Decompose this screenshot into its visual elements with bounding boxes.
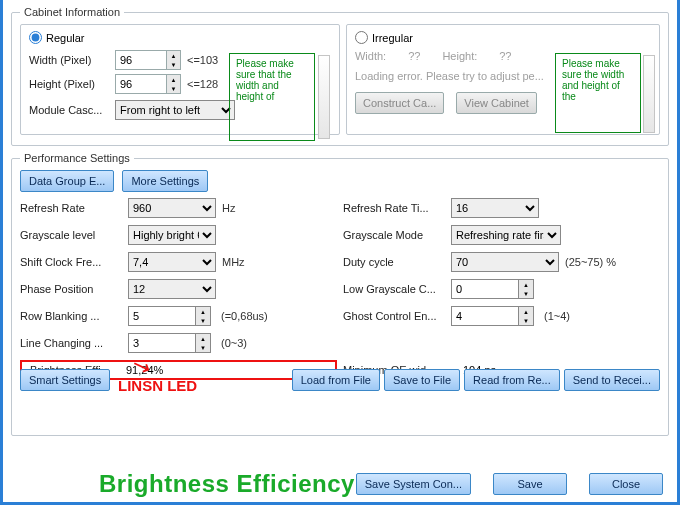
duty-cycle-label: Duty cycle bbox=[343, 256, 451, 268]
grayscale-level-select[interactable]: Highly bright 65 bbox=[128, 225, 216, 245]
save-system-config-button[interactable]: Save System Con... bbox=[356, 473, 471, 495]
scrollbar[interactable] bbox=[318, 55, 330, 139]
read-from-receiver-button[interactable]: Read from Re... bbox=[464, 369, 560, 391]
low-grayscale-label: Low Grayscale C... bbox=[343, 283, 451, 295]
cascade-label: Module Casc... bbox=[29, 104, 115, 116]
low-grayscale-input[interactable] bbox=[451, 279, 519, 299]
regular-label: Regular bbox=[46, 32, 85, 44]
brightness-eff-value: 91,24% bbox=[126, 364, 163, 376]
ghost-control-spinner[interactable]: ▲▼ bbox=[519, 306, 534, 326]
spin-down-icon[interactable]: ▼ bbox=[519, 289, 533, 298]
regular-help-box: Please make sure that the width and heig… bbox=[229, 53, 315, 141]
cabinet-legend: Cabinet Information bbox=[20, 6, 124, 18]
duty-cycle-select[interactable]: 70 bbox=[451, 252, 559, 272]
annotation-brightness-efficiency: Brightness Efficiency bbox=[99, 470, 355, 498]
spin-down-icon[interactable]: ▼ bbox=[196, 316, 210, 325]
spin-down-icon[interactable]: ▼ bbox=[196, 343, 210, 352]
width-input[interactable] bbox=[115, 50, 167, 70]
height-input[interactable] bbox=[115, 74, 167, 94]
irregular-radio[interactable] bbox=[355, 31, 368, 44]
row-blanking-spinner[interactable]: ▲▼ bbox=[196, 306, 211, 326]
grayscale-mode-label: Grayscale Mode bbox=[343, 229, 451, 241]
phase-position-label: Phase Position bbox=[20, 283, 128, 295]
line-changing-hint: (0~3) bbox=[221, 337, 247, 349]
irregular-panel: Irregular Width: ?? Height: ?? Loading e… bbox=[346, 24, 660, 135]
shift-clock-unit: MHz bbox=[222, 256, 245, 268]
regular-radio[interactable] bbox=[29, 31, 42, 44]
shift-clock-label: Shift Clock Fre... bbox=[20, 256, 128, 268]
cascade-select[interactable]: From right to left bbox=[115, 100, 235, 120]
height-spinner[interactable]: ▲▼ bbox=[167, 74, 181, 94]
line-changing-input[interactable] bbox=[128, 333, 196, 353]
refresh-rate-unit: Hz bbox=[222, 202, 235, 214]
cabinet-information-group: Cabinet Information Regular Width (Pixel… bbox=[11, 6, 669, 146]
height-label: Height (Pixel) bbox=[29, 78, 115, 90]
width-hint: <=103 bbox=[187, 54, 218, 66]
line-changing-label: Line Changing ... bbox=[20, 337, 128, 349]
irregular-help-box: Please make sure the width and height of… bbox=[555, 53, 641, 133]
scrollbar[interactable] bbox=[643, 55, 655, 133]
irregular-label: Irregular bbox=[372, 32, 413, 44]
ghost-control-label: Ghost Control En... bbox=[343, 310, 451, 322]
save-to-file-button[interactable]: Save to File bbox=[384, 369, 460, 391]
spin-up-icon[interactable]: ▲ bbox=[196, 307, 210, 316]
view-cabinet-button[interactable]: View Cabinet bbox=[456, 92, 537, 114]
ghost-control-hint: (1~4) bbox=[544, 310, 570, 322]
low-grayscale-spinner[interactable]: ▲▼ bbox=[519, 279, 534, 299]
grayscale-mode-select[interactable]: Refreshing rate firs bbox=[451, 225, 561, 245]
irr-width-label: Width: bbox=[355, 50, 386, 62]
load-from-file-button[interactable]: Load from File bbox=[292, 369, 380, 391]
irr-height-label: Height: bbox=[442, 50, 477, 62]
ghost-control-input[interactable] bbox=[451, 306, 519, 326]
duty-cycle-hint: (25~75) % bbox=[565, 256, 616, 268]
height-hint: <=128 bbox=[187, 78, 218, 90]
refresh-rate-select[interactable]: 960 bbox=[128, 198, 216, 218]
row-blanking-label: Row Blanking ... bbox=[20, 310, 128, 322]
spin-up-icon[interactable]: ▲ bbox=[196, 334, 210, 343]
phase-position-select[interactable]: 12 bbox=[128, 279, 216, 299]
spin-down-icon[interactable]: ▼ bbox=[167, 60, 180, 69]
save-button[interactable]: Save bbox=[493, 473, 567, 495]
width-spinner[interactable]: ▲▼ bbox=[167, 50, 181, 70]
grayscale-level-label: Grayscale level bbox=[20, 229, 128, 241]
irr-height-val: ?? bbox=[499, 50, 511, 62]
send-to-receiver-button[interactable]: Send to Recei... bbox=[564, 369, 660, 391]
irr-width-val: ?? bbox=[408, 50, 420, 62]
refresh-rate-ti-select[interactable]: 16 bbox=[451, 198, 539, 218]
performance-settings-group: Performance Settings Data Group E... Mor… bbox=[11, 152, 669, 436]
construct-cabinet-button[interactable]: Construct Ca... bbox=[355, 92, 444, 114]
smart-settings-button[interactable]: Smart Settings bbox=[20, 369, 110, 391]
spin-down-icon[interactable]: ▼ bbox=[519, 316, 533, 325]
perf-legend: Performance Settings bbox=[20, 152, 134, 164]
width-label: Width (Pixel) bbox=[29, 54, 115, 66]
spin-down-icon[interactable]: ▼ bbox=[167, 84, 180, 93]
refresh-rate-label: Refresh Rate bbox=[20, 202, 128, 214]
refresh-rate-ti-label: Refresh Rate Ti... bbox=[343, 202, 451, 214]
data-group-button[interactable]: Data Group E... bbox=[20, 170, 114, 192]
spin-up-icon[interactable]: ▲ bbox=[519, 280, 533, 289]
spin-up-icon[interactable]: ▲ bbox=[167, 75, 180, 84]
more-settings-button[interactable]: More Settings bbox=[122, 170, 208, 192]
shift-clock-select[interactable]: 7,4 bbox=[128, 252, 216, 272]
row-blanking-input[interactable] bbox=[128, 306, 196, 326]
line-changing-spinner[interactable]: ▲▼ bbox=[196, 333, 211, 353]
row-blanking-hint: (=0,68us) bbox=[221, 310, 268, 322]
regular-panel: Regular Width (Pixel) ▲▼ <=103 Height (P… bbox=[20, 24, 340, 135]
spin-up-icon[interactable]: ▲ bbox=[167, 51, 180, 60]
close-button[interactable]: Close bbox=[589, 473, 663, 495]
spin-up-icon[interactable]: ▲ bbox=[519, 307, 533, 316]
